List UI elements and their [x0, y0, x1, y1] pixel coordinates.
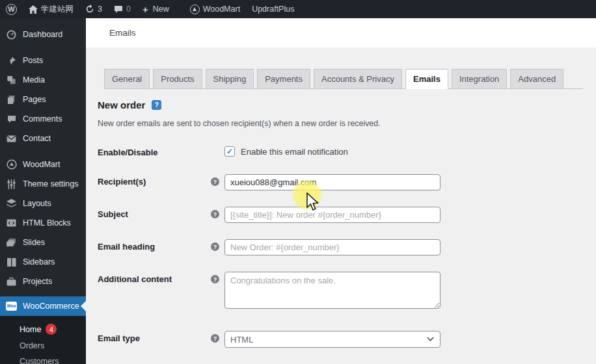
tab-products[interactable]: Products: [153, 69, 202, 88]
sidebar-label: Comments: [23, 114, 62, 124]
sidebar-item-projects[interactable]: Projects: [0, 272, 86, 291]
columns-icon: [6, 257, 17, 267]
email-type-label: Email type: [98, 331, 211, 343]
admin-bar: W 学建站网 3 0 + New WoodMart UpdraftPlus: [0, 0, 596, 18]
site-name-label: 学建站网: [41, 4, 74, 15]
home-icon: [29, 5, 38, 14]
updates-icon: [85, 5, 94, 14]
tab-general[interactable]: General: [104, 69, 150, 88]
sidebar-item-woocommerce[interactable]: Woo WooCommerce: [0, 296, 86, 316]
comment-count: 0: [126, 5, 131, 14]
envelope-icon: [6, 133, 17, 144]
sidebar-label: Slides: [23, 238, 45, 247]
sidebar-item-media[interactable]: Media: [0, 70, 86, 90]
recipients-input[interactable]: [224, 174, 440, 190]
wp-logo-menu[interactable]: W: [0, 0, 23, 18]
pages-icon: [6, 94, 17, 105]
sidebar-item-sidebars[interactable]: Sidebars: [0, 252, 86, 272]
sidebar-label: Media: [23, 75, 45, 84]
help-icon[interactable]: ?: [211, 275, 219, 283]
subject-row: Subject ?: [98, 207, 596, 223]
woodmart-icon: [190, 5, 200, 14]
enable-checkbox-label: Enable this email notification: [241, 147, 348, 157]
additional-content-row: Additional content ?: [98, 272, 596, 311]
email-settings-form: Enable/Disable ✓ Enable this email notif…: [98, 145, 596, 348]
help-icon[interactable]: ?: [211, 334, 219, 343]
tab-accounts-privacy[interactable]: Accounts & Privacy: [314, 69, 402, 88]
additional-content-label: Additional content: [98, 272, 211, 284]
main-content: Emails General Products Shipping Payment…: [86, 18, 596, 364]
email-heading-row: Email heading ?: [98, 239, 596, 255]
briefcase-icon: [6, 276, 17, 287]
comments-link[interactable]: 0: [108, 0, 137, 18]
page-title: Emails: [109, 28, 136, 38]
notification-badge: 4: [46, 324, 57, 335]
woodmart-menu-icon: [6, 159, 17, 170]
woodmart-toolbar-menu[interactable]: WoodMart: [184, 0, 246, 18]
enable-checkbox[interactable]: ✓: [224, 146, 235, 157]
sidebar-item-slides[interactable]: Slides: [0, 233, 86, 252]
enable-row: Enable/Disable ✓ Enable this email notif…: [98, 145, 596, 157]
admin-sidebar: Dashboard Posts Media Pages Comments: [0, 18, 86, 364]
sidebar-label: Projects: [23, 277, 52, 286]
sidebar-item-posts[interactable]: Posts: [0, 51, 86, 70]
updraftplus-toolbar-menu[interactable]: UpdraftPlus: [246, 0, 300, 18]
tab-emails[interactable]: Emails: [405, 69, 448, 89]
woocommerce-icon: Woo: [6, 302, 17, 311]
comments-icon: [6, 114, 17, 124]
woodmart-toolbar-label: WoodMart: [203, 5, 240, 14]
email-type-select[interactable]: HTML: [224, 331, 440, 348]
sidebar-item-comments[interactable]: Comments: [0, 109, 86, 129]
code-block-icon: [6, 218, 17, 228]
submenu-item-customers[interactable]: Customers: [0, 354, 86, 364]
sidebar-item-theme-settings[interactable]: Theme settings: [0, 174, 86, 194]
submenu-label: Home: [20, 325, 41, 334]
sidebar-item-pages[interactable]: Pages: [0, 90, 86, 109]
recipients-label: Recipient(s): [98, 174, 211, 187]
sidebar-item-woodmart[interactable]: WoodMart: [0, 155, 86, 174]
settings-tabs: General Products Shipping Payments Accou…: [104, 69, 583, 89]
enable-label: Enable/Disable: [98, 145, 211, 157]
page-header: Emails: [86, 18, 596, 47]
layers-icon: [6, 198, 17, 209]
tab-advanced[interactable]: Advanced: [510, 69, 563, 88]
tab-integration[interactable]: Integration: [452, 69, 507, 88]
subject-label: Subject: [98, 207, 211, 219]
sliders-icon: [6, 179, 17, 189]
email-type-row: Email type ? HTML: [98, 331, 596, 348]
help-icon[interactable]: ?: [211, 177, 219, 186]
submenu-item-home[interactable]: Home 4: [0, 320, 86, 338]
submenu-label: Orders: [20, 341, 44, 350]
email-heading-input[interactable]: [224, 239, 440, 255]
sidebar-item-dashboard[interactable]: Dashboard: [0, 25, 86, 44]
help-tip-icon[interactable]: ?: [152, 100, 161, 110]
help-icon[interactable]: ?: [211, 210, 219, 218]
woocommerce-submenu: Home 4 Orders Customers Coupons: [0, 316, 86, 364]
sidebar-item-html-blocks[interactable]: HTML Blocks: [0, 213, 86, 233]
submenu-item-orders[interactable]: Orders: [0, 338, 86, 354]
site-name-link[interactable]: 学建站网: [23, 0, 79, 18]
additional-content-textarea[interactable]: [224, 272, 440, 309]
update-count: 3: [98, 5, 102, 14]
submenu-label: Customers: [20, 357, 59, 364]
updates-link[interactable]: 3: [79, 0, 108, 18]
sidebar-label: Layouts: [23, 199, 51, 208]
slides-icon: [6, 237, 17, 248]
new-label: New: [153, 5, 169, 14]
tab-shipping[interactable]: Shipping: [206, 69, 254, 88]
help-icon[interactable]: ?: [211, 242, 219, 251]
new-content-menu[interactable]: + New: [137, 0, 175, 18]
sidebar-label: HTML Blocks: [23, 218, 71, 228]
subject-input[interactable]: [224, 207, 440, 223]
tab-payments[interactable]: Payments: [257, 69, 310, 88]
comment-icon: [114, 5, 123, 14]
sidebar-item-contact[interactable]: Contact: [0, 129, 86, 148]
sidebar-item-layouts[interactable]: Layouts: [0, 194, 86, 213]
wordpress-logo-icon: W: [6, 4, 17, 15]
dashboard-icon: [6, 29, 17, 40]
section-title: New order ?: [98, 99, 596, 110]
updraftplus-label: UpdraftPlus: [252, 5, 294, 14]
media-icon: [6, 75, 17, 85]
sidebar-label: Pages: [23, 95, 46, 104]
sidebar-label: Contact: [23, 134, 51, 143]
